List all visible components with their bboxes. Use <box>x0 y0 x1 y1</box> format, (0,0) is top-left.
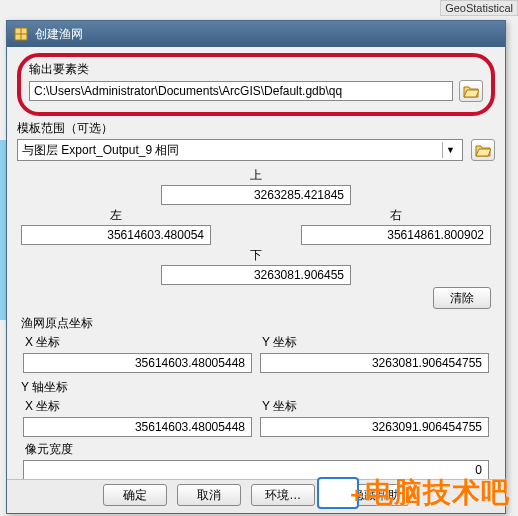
hide-help-button[interactable]: << 隐藏帮助 <box>325 484 408 506</box>
origin-y-label: Y 坐标 <box>262 334 489 351</box>
browse-template-button[interactable] <box>471 139 495 161</box>
dialog-window: 创建渔网 输出要素类 模板范围（可选） 与图层 Export_Output_9 … <box>6 20 506 514</box>
origin-x-label: X 坐标 <box>25 334 252 351</box>
origin-x-input[interactable] <box>23 353 252 373</box>
dialog-content: 输出要素类 模板范围（可选） 与图层 Export_Output_9 相同 ▼ … <box>7 47 505 513</box>
cancel-button[interactable]: 取消 <box>177 484 241 506</box>
template-extent-label: 模板范围（可选） <box>17 120 495 137</box>
extent-top-input[interactable] <box>161 185 351 205</box>
extent-right-label: 右 <box>301 207 491 224</box>
ok-button[interactable]: 确定 <box>103 484 167 506</box>
output-feature-label: 输出要素类 <box>29 61 483 78</box>
cell-width-input[interactable] <box>23 460 489 480</box>
extent-bottom-label: 下 <box>161 247 351 264</box>
yaxis-x-label: X 坐标 <box>25 398 252 415</box>
background-toolbar-fragment: GeoStatistical <box>440 0 518 16</box>
yaxis-y-input[interactable] <box>260 417 489 437</box>
extent-right-input[interactable] <box>301 225 491 245</box>
environments-button[interactable]: 环境… <box>251 484 315 506</box>
titlebar: 创建渔网 <box>7 21 505 47</box>
yaxis-y-label: Y 坐标 <box>262 398 489 415</box>
output-feature-path-input[interactable] <box>29 81 453 101</box>
chevron-down-icon: ▼ <box>442 142 458 158</box>
origin-header: 渔网原点坐标 <box>21 315 495 332</box>
template-extent-selected: 与图层 Export_Output_9 相同 <box>22 142 179 159</box>
extent-left-label: 左 <box>21 207 211 224</box>
clear-extent-button[interactable]: 清除 <box>433 287 491 309</box>
extent-left-input[interactable] <box>21 225 211 245</box>
origin-y-input[interactable] <box>260 353 489 373</box>
folder-open-icon <box>463 84 479 98</box>
template-extent-combo[interactable]: 与图层 Export_Output_9 相同 ▼ <box>17 139 463 161</box>
extent-bottom-input[interactable] <box>161 265 351 285</box>
extent-top-label: 上 <box>161 167 351 184</box>
browse-output-button[interactable] <box>459 80 483 102</box>
window-title: 创建渔网 <box>35 26 83 43</box>
cell-width-label: 像元宽度 <box>25 441 489 458</box>
yaxis-header: Y 轴坐标 <box>21 379 495 396</box>
folder-open-icon <box>475 143 491 157</box>
tool-icon <box>13 26 29 42</box>
extent-grid: 上 左 右 下 清除 <box>17 167 495 309</box>
button-bar: 确定 取消 环境… << 隐藏帮助 <box>7 479 505 513</box>
output-feature-group: 输出要素类 <box>17 53 495 116</box>
yaxis-x-input[interactable] <box>23 417 252 437</box>
